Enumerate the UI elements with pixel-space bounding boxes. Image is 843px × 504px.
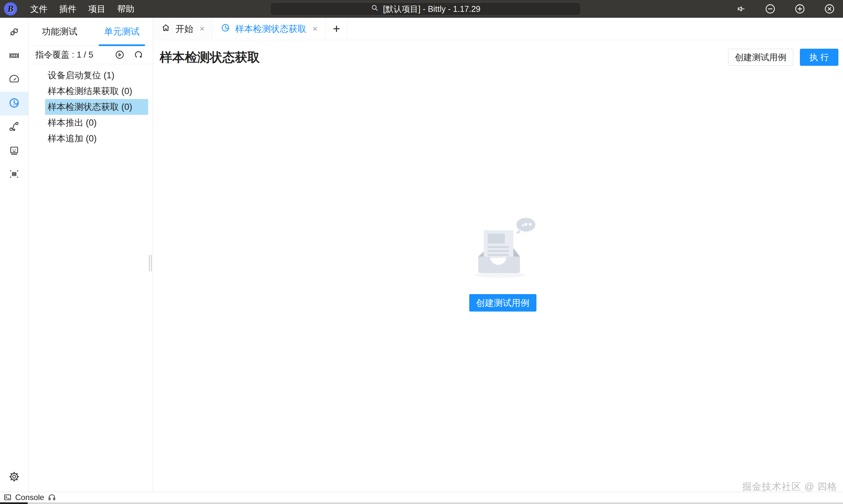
search-bar-text: [默认项目] - Bittly - 1.17.29 <box>383 4 480 15</box>
coverage-label: 指令覆盖 : 1 / 5 <box>35 49 93 60</box>
menu-project[interactable]: 项目 <box>82 0 111 18</box>
maximize-icon[interactable] <box>794 3 806 15</box>
search-icon <box>371 4 379 14</box>
list-item[interactable]: 样本推出 (0) <box>45 115 148 131</box>
list-item[interactable]: 样本追加 (0) <box>45 131 148 146</box>
settings-gear-icon <box>8 471 20 484</box>
menu-file[interactable]: 文件 <box>24 0 53 18</box>
status-bar: Console <box>0 492 843 502</box>
flow-icon <box>8 121 20 134</box>
doc-tab-sample-status[interactable]: 样本检测状态获取 × <box>213 18 326 40</box>
connection-plug-icon <box>8 26 20 39</box>
pin-icon[interactable] <box>736 4 746 14</box>
list-item-selected[interactable]: 样本检测状态获取 (0) <box>45 99 148 115</box>
terminal-icon <box>3 493 12 502</box>
doc-tab-label: 样本检测状态获取 <box>235 23 306 35</box>
refresh-icon[interactable] <box>133 50 143 60</box>
module-rail <box>0 18 29 492</box>
page-title: 样本检测状态获取 <box>160 49 260 66</box>
doc-tab-home[interactable]: 开始 × <box>153 18 213 40</box>
unit-test-icon <box>8 97 20 110</box>
create-testcase-button[interactable]: 创建测试用例 <box>728 49 793 66</box>
add-tab-button[interactable]: + <box>326 18 347 40</box>
coverage-row: 指令覆盖 : 1 / 5 <box>29 46 153 64</box>
sidebar-item-unit-test[interactable] <box>0 92 28 115</box>
console-toggle[interactable]: Console <box>15 493 44 502</box>
sidebar-item-robot[interactable] <box>0 139 28 163</box>
tab-close-icon[interactable]: × <box>200 24 205 34</box>
app-body: 功能测试 单元测试 指令覆盖 : 1 / 5 设备启动复位 <box>0 18 843 492</box>
sidebar-item-settings[interactable] <box>0 466 28 489</box>
window-controls <box>736 0 835 18</box>
test-panel: 功能测试 单元测试 指令覆盖 : 1 / 5 设备启动复位 <box>29 18 153 492</box>
tab-close-icon[interactable]: × <box>312 24 317 34</box>
project-search-bar[interactable]: [默认项目] - Bittly - 1.17.29 <box>270 2 581 16</box>
sidebar-item-connection[interactable] <box>0 21 28 44</box>
menu-plugins[interactable]: 插件 <box>53 0 82 18</box>
menubar: 文件 插件 项目 帮助 <box>24 0 140 18</box>
doc-tab-label: 开始 <box>175 23 193 35</box>
sidebar-item-flow[interactable] <box>0 115 28 139</box>
main-content: 开始 × 样本检测状态获取 × + 样本检测状态获取 创建测试用例 <box>153 18 843 492</box>
content-header: 样本检测状态获取 创建测试用例 执 行 <box>153 40 843 74</box>
list-item[interactable]: 样本检测结果获取 (0) <box>45 83 148 99</box>
headphones-icon[interactable] <box>48 493 56 502</box>
sidebar-item-snippet[interactable] <box>0 163 28 186</box>
play-circle-icon[interactable] <box>115 50 125 60</box>
minimize-icon[interactable] <box>764 3 776 15</box>
sidebar-item-dashboard[interactable] <box>0 68 28 92</box>
tab-functional-test[interactable]: 功能测试 <box>29 18 91 46</box>
home-icon <box>161 23 171 35</box>
close-icon[interactable] <box>824 3 835 15</box>
dashboard-gauge-icon <box>8 73 20 87</box>
tab-unit-test[interactable]: 单元测试 <box>91 18 153 46</box>
panel-resize-handle[interactable] <box>149 255 152 271</box>
menu-help[interactable]: 帮助 <box>111 0 140 18</box>
watermark: 掘金技术社区 @ 四格 <box>742 480 837 493</box>
app-logo: B <box>4 2 17 16</box>
sidebar-item-serial-port[interactable] <box>0 44 28 68</box>
titlebar: B 文件 插件 项目 帮助 [默认项目] - Bittly - 1.17.29 <box>0 0 843 18</box>
snippet-scan-icon <box>8 168 20 181</box>
unit-test-list: 设备启动复位 (1) 样本检测结果获取 (0) 样本检测状态获取 (0) 样本推… <box>29 64 153 146</box>
empty-inbox-illustration <box>468 214 537 280</box>
document-tabstrip: 开始 × 样本检测状态获取 × + <box>153 18 843 40</box>
panel-tabs: 功能测试 单元测试 <box>29 18 153 46</box>
unit-test-icon <box>221 23 230 35</box>
bottom-edge <box>0 502 843 504</box>
robot-panel-icon <box>8 144 20 158</box>
empty-create-testcase-button[interactable]: 创建测试用例 <box>469 294 536 311</box>
execute-button[interactable]: 执 行 <box>800 49 838 66</box>
serial-port-icon <box>8 50 20 63</box>
empty-state: 创建测试用例 <box>468 214 537 311</box>
taskbar-sliver <box>0 502 28 504</box>
list-item[interactable]: 设备启动复位 (1) <box>45 68 148 83</box>
